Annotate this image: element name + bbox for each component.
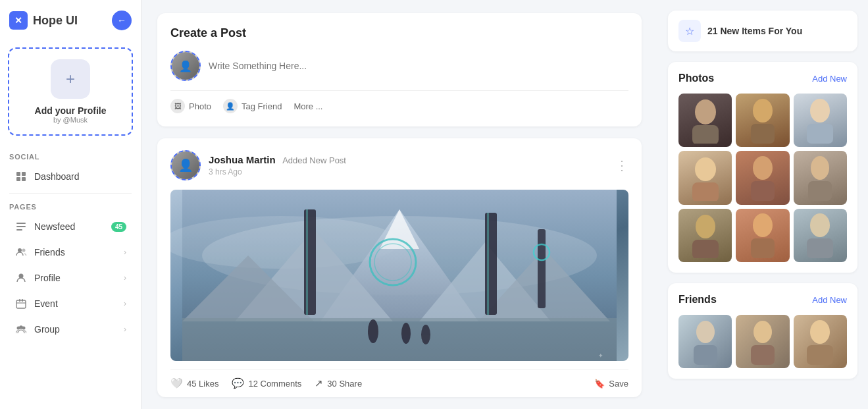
svg-text:✦: ✦ bbox=[598, 352, 603, 359]
friends-grid bbox=[678, 315, 847, 368]
save-icon: 🔖 bbox=[594, 379, 605, 389]
post-divider bbox=[170, 90, 628, 91]
svg-point-58 bbox=[753, 321, 772, 343]
friends-icon bbox=[14, 246, 28, 259]
svg-point-46 bbox=[753, 156, 773, 180]
svg-point-36 bbox=[421, 325, 430, 344]
svg-point-35 bbox=[401, 323, 411, 344]
photo-thumb-9[interactable] bbox=[794, 209, 847, 262]
sidebar-header: ✕ Hope UI ← bbox=[0, 0, 141, 41]
photo-thumb-5[interactable] bbox=[736, 151, 789, 204]
svg-rect-6 bbox=[16, 229, 22, 231]
friends-label: Friends bbox=[34, 247, 117, 258]
profile-card-text: Add your Profile by @Musk bbox=[35, 105, 107, 124]
group-label: Group bbox=[34, 324, 117, 335]
photo-thumb-3[interactable] bbox=[794, 94, 847, 147]
sidebar: ✕ Hope UI ← + Add your Profile by @Musk … bbox=[0, 0, 141, 409]
sidebar-item-group[interactable]: Group › bbox=[5, 317, 136, 342]
feed-avatar-inner: 👤 bbox=[172, 151, 199, 179]
sidebar-item-dashboard[interactable]: Dashboard bbox=[5, 164, 136, 189]
sidebar-item-event[interactable]: Event › bbox=[5, 291, 136, 316]
svg-point-44 bbox=[695, 157, 716, 181]
friends-add-new[interactable]: Add New bbox=[812, 295, 847, 305]
svg-rect-53 bbox=[751, 238, 775, 258]
profile-add-label: Add your Profile bbox=[35, 105, 107, 116]
sidebar-item-newsfeed[interactable]: Newsfeed 45 bbox=[5, 214, 136, 239]
likes-button[interactable]: 🤍 45 Likes bbox=[170, 377, 218, 389]
svg-rect-26 bbox=[304, 209, 316, 315]
post-actions: 🖼 Photo 👤 Tag Friend More ... bbox=[170, 99, 628, 113]
photo-button[interactable]: 🖼 Photo bbox=[170, 99, 211, 113]
photo-thumb-8[interactable] bbox=[736, 209, 789, 262]
profile-add-icon[interactable]: + bbox=[51, 59, 90, 99]
svg-rect-29 bbox=[487, 213, 489, 315]
svg-rect-41 bbox=[751, 124, 775, 144]
svg-rect-61 bbox=[807, 345, 833, 365]
svg-rect-55 bbox=[807, 238, 833, 258]
feed-post-more-button[interactable]: ⋮ bbox=[615, 159, 628, 172]
svg-point-60 bbox=[810, 320, 830, 344]
photo-thumb-7[interactable] bbox=[678, 209, 732, 262]
post-text-input[interactable] bbox=[209, 61, 628, 71]
svg-point-38 bbox=[695, 99, 716, 124]
friend-thumb-1[interactable] bbox=[678, 315, 732, 368]
svg-point-7 bbox=[18, 248, 22, 252]
svg-rect-5 bbox=[16, 226, 26, 227]
svg-point-56 bbox=[696, 321, 715, 343]
photos-section: Photos Add New bbox=[668, 62, 857, 273]
share-button[interactable]: ↗ 30 Share bbox=[315, 377, 362, 389]
friend-thumb-3[interactable] bbox=[794, 315, 847, 368]
friend-thumb-2[interactable] bbox=[736, 315, 789, 368]
friends-chevron: › bbox=[124, 248, 126, 257]
post-user-avatar: 👤 bbox=[170, 51, 201, 81]
dashboard-label: Dashboard bbox=[34, 171, 126, 182]
profile-label: Profile bbox=[34, 273, 117, 283]
feed-post-image: ✦ bbox=[170, 190, 628, 361]
back-button[interactable]: ← bbox=[112, 11, 132, 30]
event-chevron: › bbox=[124, 299, 126, 308]
star-icon: ☆ bbox=[678, 20, 701, 42]
friends-header: Friends Add New bbox=[678, 294, 847, 306]
svg-rect-57 bbox=[694, 345, 717, 365]
svg-rect-25 bbox=[182, 318, 617, 361]
create-post-card: Create a Post 👤 🖼 Photo 👤 Tag Friend Mor… bbox=[157, 13, 642, 126]
photo-thumb-4[interactable] bbox=[678, 151, 732, 204]
feed-post: 👤 Joshua Martin Added New Post 3 hrs Ago… bbox=[157, 138, 642, 397]
sidebar-item-profile[interactable]: Profile › bbox=[5, 265, 136, 290]
svg-rect-2 bbox=[16, 177, 20, 181]
svg-rect-43 bbox=[807, 124, 833, 144]
profile-icon bbox=[14, 271, 28, 285]
more-button[interactable]: More ... bbox=[294, 99, 322, 113]
tag-friend-icon: 👤 bbox=[223, 99, 238, 113]
photo-thumb-2[interactable] bbox=[736, 94, 789, 147]
svg-rect-47 bbox=[751, 181, 775, 201]
logo-icon: ✕ bbox=[9, 11, 28, 30]
group-icon bbox=[14, 323, 28, 336]
feed-post-header: 👤 Joshua Martin Added New Post 3 hrs Ago… bbox=[170, 150, 628, 180]
feed-post-author: Joshua Martin bbox=[209, 154, 276, 165]
svg-point-34 bbox=[368, 319, 378, 343]
svg-rect-27 bbox=[306, 209, 308, 315]
newsfeed-badge: 45 bbox=[111, 222, 126, 232]
svg-rect-3 bbox=[22, 177, 26, 181]
svg-point-54 bbox=[810, 213, 830, 237]
comments-button[interactable]: 💬 12 Comments bbox=[232, 377, 301, 389]
profile-card[interactable]: + Add your Profile by @Musk bbox=[8, 47, 133, 136]
feed-post-time: 3 hrs Ago bbox=[209, 167, 607, 177]
post-input-row: 👤 bbox=[170, 51, 628, 81]
new-items-banner: ☆ 21 New Items For You bbox=[668, 11, 857, 51]
photos-add-new[interactable]: Add New bbox=[812, 74, 847, 84]
feed-post-svg: ✦ bbox=[170, 190, 628, 361]
tag-friend-button[interactable]: 👤 Tag Friend bbox=[223, 99, 282, 113]
photo-label: Photo bbox=[189, 101, 211, 111]
feed-post-meta: Joshua Martin Added New Post 3 hrs Ago bbox=[209, 154, 607, 177]
photo-icon: 🖼 bbox=[170, 99, 185, 113]
svg-rect-49 bbox=[808, 181, 832, 201]
friends-section: Friends Add New bbox=[668, 283, 857, 379]
photo-thumb-1[interactable] bbox=[678, 94, 732, 147]
event-label: Event bbox=[34, 298, 117, 309]
sidebar-item-friends[interactable]: Friends › bbox=[5, 240, 136, 265]
photo-thumb-6[interactable] bbox=[794, 151, 847, 204]
save-button[interactable]: 🔖 Save bbox=[594, 379, 628, 389]
comments-count: 12 Comments bbox=[248, 379, 301, 389]
